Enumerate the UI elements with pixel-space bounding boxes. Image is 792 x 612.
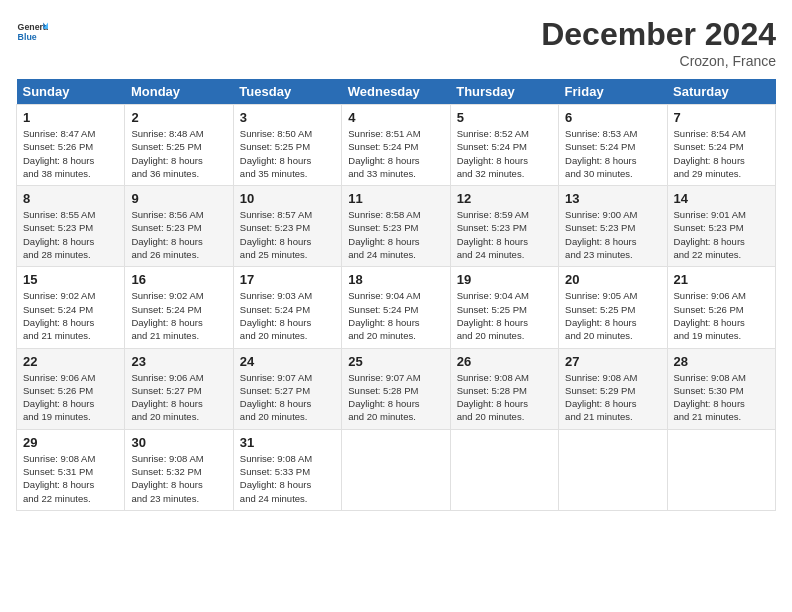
day-number: 26	[457, 354, 552, 369]
calendar-cell: 18 Sunrise: 9:04 AMSunset: 5:24 PMDaylig…	[342, 267, 450, 348]
header: General Blue December 2024 Crozon, Franc…	[16, 16, 776, 69]
col-friday: Friday	[559, 79, 667, 105]
calendar-cell: 31 Sunrise: 9:08 AMSunset: 5:33 PMDaylig…	[233, 429, 341, 510]
calendar-week-4: 22 Sunrise: 9:06 AMSunset: 5:26 PMDaylig…	[17, 348, 776, 429]
day-number: 21	[674, 272, 769, 287]
calendar-cell	[667, 429, 775, 510]
day-number: 10	[240, 191, 335, 206]
day-info: Sunrise: 9:03 AMSunset: 5:24 PMDaylight:…	[240, 289, 335, 342]
day-number: 6	[565, 110, 660, 125]
day-number: 23	[131, 354, 226, 369]
calendar-cell: 23 Sunrise: 9:06 AMSunset: 5:27 PMDaylig…	[125, 348, 233, 429]
calendar-week-5: 29 Sunrise: 9:08 AMSunset: 5:31 PMDaylig…	[17, 429, 776, 510]
day-info: Sunrise: 8:52 AMSunset: 5:24 PMDaylight:…	[457, 127, 552, 180]
day-number: 15	[23, 272, 118, 287]
svg-text:Blue: Blue	[18, 32, 37, 42]
col-thursday: Thursday	[450, 79, 558, 105]
calendar-cell: 14 Sunrise: 9:01 AMSunset: 5:23 PMDaylig…	[667, 186, 775, 267]
day-info: Sunrise: 9:08 AMSunset: 5:29 PMDaylight:…	[565, 371, 660, 424]
calendar-cell: 2 Sunrise: 8:48 AMSunset: 5:25 PMDayligh…	[125, 105, 233, 186]
day-info: Sunrise: 9:00 AMSunset: 5:23 PMDaylight:…	[565, 208, 660, 261]
page-container: General Blue December 2024 Crozon, Franc…	[0, 0, 792, 519]
calendar-cell: 11 Sunrise: 8:58 AMSunset: 5:23 PMDaylig…	[342, 186, 450, 267]
day-info: Sunrise: 8:53 AMSunset: 5:24 PMDaylight:…	[565, 127, 660, 180]
calendar-cell: 8 Sunrise: 8:55 AMSunset: 5:23 PMDayligh…	[17, 186, 125, 267]
day-info: Sunrise: 9:06 AMSunset: 5:26 PMDaylight:…	[674, 289, 769, 342]
day-info: Sunrise: 9:08 AMSunset: 5:30 PMDaylight:…	[674, 371, 769, 424]
day-info: Sunrise: 8:57 AMSunset: 5:23 PMDaylight:…	[240, 208, 335, 261]
day-info: Sunrise: 8:58 AMSunset: 5:23 PMDaylight:…	[348, 208, 443, 261]
calendar-cell: 25 Sunrise: 9:07 AMSunset: 5:28 PMDaylig…	[342, 348, 450, 429]
day-number: 29	[23, 435, 118, 450]
col-tuesday: Tuesday	[233, 79, 341, 105]
day-number: 14	[674, 191, 769, 206]
location: Crozon, France	[541, 53, 776, 69]
day-number: 19	[457, 272, 552, 287]
day-number: 13	[565, 191, 660, 206]
calendar-cell: 29 Sunrise: 9:08 AMSunset: 5:31 PMDaylig…	[17, 429, 125, 510]
day-number: 28	[674, 354, 769, 369]
day-info: Sunrise: 8:54 AMSunset: 5:24 PMDaylight:…	[674, 127, 769, 180]
day-info: Sunrise: 8:48 AMSunset: 5:25 PMDaylight:…	[131, 127, 226, 180]
day-info: Sunrise: 9:04 AMSunset: 5:25 PMDaylight:…	[457, 289, 552, 342]
day-info: Sunrise: 9:07 AMSunset: 5:28 PMDaylight:…	[348, 371, 443, 424]
col-saturday: Saturday	[667, 79, 775, 105]
day-number: 5	[457, 110, 552, 125]
calendar-cell: 20 Sunrise: 9:05 AMSunset: 5:25 PMDaylig…	[559, 267, 667, 348]
calendar-week-1: 1 Sunrise: 8:47 AMSunset: 5:26 PMDayligh…	[17, 105, 776, 186]
day-number: 7	[674, 110, 769, 125]
day-number: 9	[131, 191, 226, 206]
day-info: Sunrise: 9:02 AMSunset: 5:24 PMDaylight:…	[23, 289, 118, 342]
day-info: Sunrise: 9:08 AMSunset: 5:33 PMDaylight:…	[240, 452, 335, 505]
calendar-cell: 26 Sunrise: 9:08 AMSunset: 5:28 PMDaylig…	[450, 348, 558, 429]
day-number: 4	[348, 110, 443, 125]
calendar-cell: 5 Sunrise: 8:52 AMSunset: 5:24 PMDayligh…	[450, 105, 558, 186]
calendar-cell: 7 Sunrise: 8:54 AMSunset: 5:24 PMDayligh…	[667, 105, 775, 186]
calendar-week-2: 8 Sunrise: 8:55 AMSunset: 5:23 PMDayligh…	[17, 186, 776, 267]
calendar-cell: 13 Sunrise: 9:00 AMSunset: 5:23 PMDaylig…	[559, 186, 667, 267]
calendar-cell: 24 Sunrise: 9:07 AMSunset: 5:27 PMDaylig…	[233, 348, 341, 429]
calendar-cell: 19 Sunrise: 9:04 AMSunset: 5:25 PMDaylig…	[450, 267, 558, 348]
calendar-week-3: 15 Sunrise: 9:02 AMSunset: 5:24 PMDaylig…	[17, 267, 776, 348]
col-monday: Monday	[125, 79, 233, 105]
day-info: Sunrise: 9:08 AMSunset: 5:32 PMDaylight:…	[131, 452, 226, 505]
calendar-cell: 21 Sunrise: 9:06 AMSunset: 5:26 PMDaylig…	[667, 267, 775, 348]
day-info: Sunrise: 9:01 AMSunset: 5:23 PMDaylight:…	[674, 208, 769, 261]
day-number: 22	[23, 354, 118, 369]
calendar-cell: 15 Sunrise: 9:02 AMSunset: 5:24 PMDaylig…	[17, 267, 125, 348]
calendar-cell: 10 Sunrise: 8:57 AMSunset: 5:23 PMDaylig…	[233, 186, 341, 267]
calendar-cell: 17 Sunrise: 9:03 AMSunset: 5:24 PMDaylig…	[233, 267, 341, 348]
day-info: Sunrise: 8:55 AMSunset: 5:23 PMDaylight:…	[23, 208, 118, 261]
calendar-cell: 4 Sunrise: 8:51 AMSunset: 5:24 PMDayligh…	[342, 105, 450, 186]
calendar-cell: 1 Sunrise: 8:47 AMSunset: 5:26 PMDayligh…	[17, 105, 125, 186]
day-info: Sunrise: 9:08 AMSunset: 5:31 PMDaylight:…	[23, 452, 118, 505]
day-info: Sunrise: 9:06 AMSunset: 5:27 PMDaylight:…	[131, 371, 226, 424]
day-info: Sunrise: 9:05 AMSunset: 5:25 PMDaylight:…	[565, 289, 660, 342]
calendar-cell: 27 Sunrise: 9:08 AMSunset: 5:29 PMDaylig…	[559, 348, 667, 429]
day-info: Sunrise: 9:07 AMSunset: 5:27 PMDaylight:…	[240, 371, 335, 424]
calendar-cell	[559, 429, 667, 510]
col-wednesday: Wednesday	[342, 79, 450, 105]
day-info: Sunrise: 8:47 AMSunset: 5:26 PMDaylight:…	[23, 127, 118, 180]
day-number: 3	[240, 110, 335, 125]
day-number: 30	[131, 435, 226, 450]
day-number: 8	[23, 191, 118, 206]
day-info: Sunrise: 8:51 AMSunset: 5:24 PMDaylight:…	[348, 127, 443, 180]
calendar-table: Sunday Monday Tuesday Wednesday Thursday…	[16, 79, 776, 511]
logo-icon: General Blue	[16, 16, 48, 48]
day-number: 24	[240, 354, 335, 369]
calendar-cell: 22 Sunrise: 9:06 AMSunset: 5:26 PMDaylig…	[17, 348, 125, 429]
title-block: December 2024 Crozon, France	[541, 16, 776, 69]
calendar-cell: 16 Sunrise: 9:02 AMSunset: 5:24 PMDaylig…	[125, 267, 233, 348]
calendar-cell: 9 Sunrise: 8:56 AMSunset: 5:23 PMDayligh…	[125, 186, 233, 267]
day-number: 20	[565, 272, 660, 287]
calendar-cell: 28 Sunrise: 9:08 AMSunset: 5:30 PMDaylig…	[667, 348, 775, 429]
calendar-cell: 30 Sunrise: 9:08 AMSunset: 5:32 PMDaylig…	[125, 429, 233, 510]
logo: General Blue	[16, 16, 48, 48]
day-number: 1	[23, 110, 118, 125]
calendar-cell: 3 Sunrise: 8:50 AMSunset: 5:25 PMDayligh…	[233, 105, 341, 186]
col-sunday: Sunday	[17, 79, 125, 105]
month-title: December 2024	[541, 16, 776, 53]
day-number: 25	[348, 354, 443, 369]
day-info: Sunrise: 9:02 AMSunset: 5:24 PMDaylight:…	[131, 289, 226, 342]
